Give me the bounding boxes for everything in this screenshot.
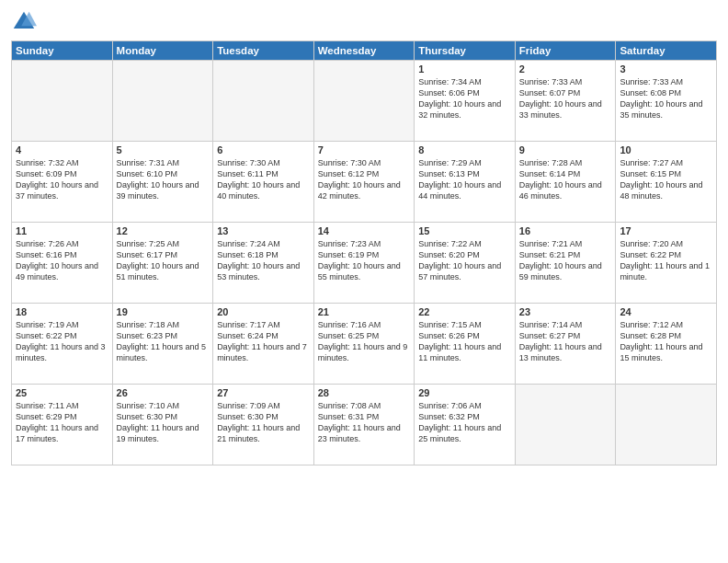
calendar-week-4: 18Sunrise: 7:19 AM Sunset: 6:22 PM Dayli… — [12, 304, 717, 385]
day-info: Sunrise: 7:09 AM Sunset: 6:30 PM Dayligh… — [217, 400, 310, 445]
day-number: 23 — [519, 306, 612, 317]
day-number: 9 — [519, 144, 612, 155]
calendar-cell: 24Sunrise: 7:12 AM Sunset: 6:28 PM Dayli… — [616, 304, 717, 385]
calendar-cell: 6Sunrise: 7:30 AM Sunset: 6:11 PM Daylig… — [213, 142, 314, 223]
calendar-cell: 17Sunrise: 7:20 AM Sunset: 6:22 PM Dayli… — [616, 223, 717, 304]
day-info: Sunrise: 7:21 AM Sunset: 6:21 PM Dayligh… — [519, 238, 612, 283]
day-info: Sunrise: 7:33 AM Sunset: 6:08 PM Dayligh… — [620, 76, 712, 121]
day-info: Sunrise: 7:24 AM Sunset: 6:18 PM Dayligh… — [217, 238, 310, 283]
day-info: Sunrise: 7:30 AM Sunset: 6:12 PM Dayligh… — [318, 157, 411, 202]
day-number: 19 — [117, 306, 210, 317]
calendar-header-tuesday: Tuesday — [213, 41, 314, 61]
day-number: 17 — [620, 225, 712, 236]
day-number: 24 — [620, 306, 712, 317]
calendar-cell — [112, 61, 213, 142]
day-number: 15 — [418, 225, 511, 236]
day-info: Sunrise: 7:19 AM Sunset: 6:22 PM Dayligh… — [16, 319, 108, 364]
calendar-cell — [213, 61, 314, 142]
calendar-cell: 13Sunrise: 7:24 AM Sunset: 6:18 PM Dayli… — [213, 223, 314, 304]
calendar-cell: 26Sunrise: 7:10 AM Sunset: 6:30 PM Dayli… — [112, 385, 213, 465]
calendar-cell: 11Sunrise: 7:26 AM Sunset: 6:16 PM Dayli… — [12, 223, 113, 304]
day-number: 2 — [519, 63, 612, 75]
day-number: 28 — [318, 387, 411, 398]
calendar-cell: 23Sunrise: 7:14 AM Sunset: 6:27 PM Dayli… — [515, 304, 616, 385]
day-info: Sunrise: 7:30 AM Sunset: 6:11 PM Dayligh… — [217, 157, 310, 202]
day-number: 4 — [16, 144, 108, 155]
day-info: Sunrise: 7:22 AM Sunset: 6:20 PM Dayligh… — [418, 238, 511, 283]
day-info: Sunrise: 7:33 AM Sunset: 6:07 PM Dayligh… — [519, 76, 612, 121]
calendar-cell: 19Sunrise: 7:18 AM Sunset: 6:23 PM Dayli… — [112, 304, 213, 385]
day-number: 8 — [418, 144, 511, 155]
day-info: Sunrise: 7:08 AM Sunset: 6:31 PM Dayligh… — [318, 400, 411, 445]
calendar-cell: 16Sunrise: 7:21 AM Sunset: 6:21 PM Dayli… — [515, 223, 616, 304]
logo — [11, 9, 40, 35]
calendar-cell: 4Sunrise: 7:32 AM Sunset: 6:09 PM Daylig… — [12, 142, 113, 223]
logo-icon — [11, 9, 37, 35]
calendar-cell: 20Sunrise: 7:17 AM Sunset: 6:24 PM Dayli… — [213, 304, 314, 385]
day-number: 10 — [620, 144, 712, 155]
day-number: 27 — [217, 387, 310, 398]
day-info: Sunrise: 7:23 AM Sunset: 6:19 PM Dayligh… — [318, 238, 411, 283]
calendar-cell: 14Sunrise: 7:23 AM Sunset: 6:19 PM Dayli… — [313, 223, 415, 304]
day-number: 21 — [318, 306, 411, 317]
calendar-cell: 28Sunrise: 7:08 AM Sunset: 6:31 PM Dayli… — [313, 385, 415, 465]
day-number: 16 — [519, 225, 612, 236]
day-number: 18 — [16, 306, 108, 317]
calendar-week-5: 25Sunrise: 7:11 AM Sunset: 6:29 PM Dayli… — [12, 385, 717, 465]
day-number: 11 — [16, 225, 108, 236]
day-number: 12 — [117, 225, 210, 236]
day-number: 13 — [217, 225, 310, 236]
calendar-cell: 22Sunrise: 7:15 AM Sunset: 6:26 PM Dayli… — [415, 304, 516, 385]
calendar-header-sunday: Sunday — [12, 41, 113, 61]
calendar-header-friday: Friday — [515, 41, 616, 61]
calendar-week-2: 4Sunrise: 7:32 AM Sunset: 6:09 PM Daylig… — [12, 142, 717, 223]
calendar-cell — [515, 385, 616, 465]
calendar-cell: 29Sunrise: 7:06 AM Sunset: 6:32 PM Dayli… — [415, 385, 516, 465]
calendar-cell: 1Sunrise: 7:34 AM Sunset: 6:06 PM Daylig… — [415, 61, 516, 142]
calendar-cell: 12Sunrise: 7:25 AM Sunset: 6:17 PM Dayli… — [112, 223, 213, 304]
calendar-header-thursday: Thursday — [415, 41, 516, 61]
calendar-cell: 10Sunrise: 7:27 AM Sunset: 6:15 PM Dayli… — [616, 142, 717, 223]
day-info: Sunrise: 7:20 AM Sunset: 6:22 PM Dayligh… — [620, 238, 712, 283]
calendar-week-1: 1Sunrise: 7:34 AM Sunset: 6:06 PM Daylig… — [12, 61, 717, 142]
day-info: Sunrise: 7:16 AM Sunset: 6:25 PM Dayligh… — [318, 319, 411, 364]
day-number: 7 — [318, 144, 411, 155]
calendar-cell: 8Sunrise: 7:29 AM Sunset: 6:13 PM Daylig… — [415, 142, 516, 223]
day-info: Sunrise: 7:18 AM Sunset: 6:23 PM Dayligh… — [117, 319, 210, 364]
day-info: Sunrise: 7:34 AM Sunset: 6:06 PM Dayligh… — [418, 76, 511, 121]
day-info: Sunrise: 7:29 AM Sunset: 6:13 PM Dayligh… — [418, 157, 511, 202]
calendar-header-row: SundayMondayTuesdayWednesdayThursdayFrid… — [12, 41, 717, 61]
day-number: 1 — [418, 63, 511, 75]
day-number: 5 — [117, 144, 210, 155]
day-info: Sunrise: 7:28 AM Sunset: 6:14 PM Dayligh… — [519, 157, 612, 202]
page: SundayMondayTuesdayWednesdayThursdayFrid… — [0, 0, 728, 563]
day-number: 22 — [418, 306, 511, 317]
day-info: Sunrise: 7:15 AM Sunset: 6:26 PM Dayligh… — [418, 319, 511, 364]
calendar-header-wednesday: Wednesday — [313, 41, 415, 61]
day-info: Sunrise: 7:14 AM Sunset: 6:27 PM Dayligh… — [519, 319, 612, 364]
header — [11, 9, 717, 35]
calendar-week-3: 11Sunrise: 7:26 AM Sunset: 6:16 PM Dayli… — [12, 223, 717, 304]
day-number: 29 — [418, 387, 511, 398]
day-info: Sunrise: 7:06 AM Sunset: 6:32 PM Dayligh… — [418, 400, 511, 445]
day-number: 25 — [16, 387, 108, 398]
calendar-header-monday: Monday — [112, 41, 213, 61]
day-number: 20 — [217, 306, 310, 317]
calendar-cell: 9Sunrise: 7:28 AM Sunset: 6:14 PM Daylig… — [515, 142, 616, 223]
day-number: 6 — [217, 144, 310, 155]
calendar-cell: 7Sunrise: 7:30 AM Sunset: 6:12 PM Daylig… — [313, 142, 415, 223]
day-info: Sunrise: 7:31 AM Sunset: 6:10 PM Dayligh… — [117, 157, 210, 202]
calendar: SundayMondayTuesdayWednesdayThursdayFrid… — [11, 40, 717, 465]
day-number: 14 — [318, 225, 411, 236]
day-number: 26 — [117, 387, 210, 398]
calendar-cell: 2Sunrise: 7:33 AM Sunset: 6:07 PM Daylig… — [515, 61, 616, 142]
day-info: Sunrise: 7:26 AM Sunset: 6:16 PM Dayligh… — [16, 238, 108, 283]
day-info: Sunrise: 7:11 AM Sunset: 6:29 PM Dayligh… — [16, 400, 108, 445]
calendar-cell — [616, 385, 717, 465]
calendar-cell: 15Sunrise: 7:22 AM Sunset: 6:20 PM Dayli… — [415, 223, 516, 304]
calendar-cell — [313, 61, 415, 142]
calendar-cell: 21Sunrise: 7:16 AM Sunset: 6:25 PM Dayli… — [313, 304, 415, 385]
calendar-cell: 25Sunrise: 7:11 AM Sunset: 6:29 PM Dayli… — [12, 385, 113, 465]
day-number: 3 — [620, 63, 712, 75]
calendar-cell: 5Sunrise: 7:31 AM Sunset: 6:10 PM Daylig… — [112, 142, 213, 223]
